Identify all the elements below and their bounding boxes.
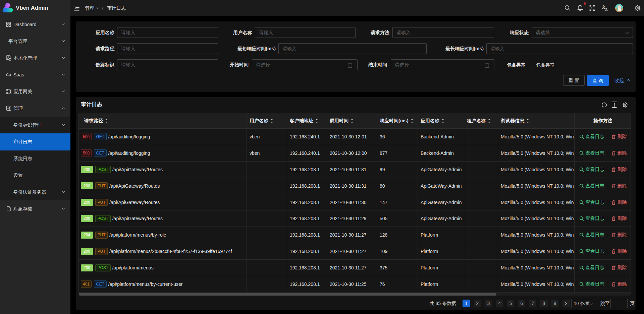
svg-text:A: A (605, 8, 608, 11)
